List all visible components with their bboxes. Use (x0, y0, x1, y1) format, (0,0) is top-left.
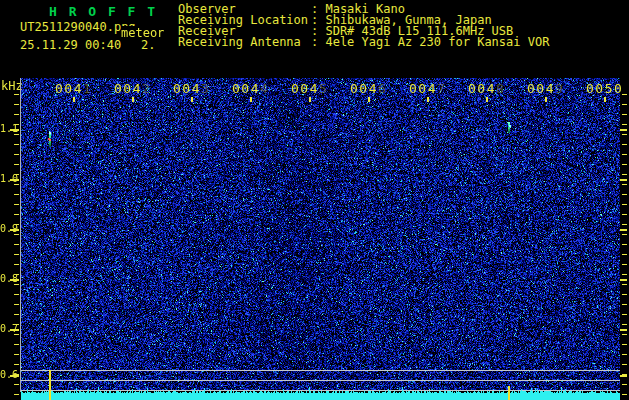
time-label-head: 005 (586, 81, 614, 96)
time-label-head: 004 (291, 81, 319, 96)
time-minute-tick (250, 97, 252, 102)
right-minor-tick (622, 264, 627, 265)
freq-minor-tick (14, 204, 19, 205)
time-minute-tick (604, 97, 606, 102)
right-minor-tick (622, 364, 627, 365)
freq-minor-tick (14, 384, 19, 385)
freq-minor-tick (14, 184, 19, 185)
right-minor-tick (622, 144, 627, 145)
right-minor-tick (622, 124, 627, 125)
time-label-head: 004 (468, 81, 496, 96)
freq-major-tick (10, 279, 19, 281)
time-label-last-digit: 9 (555, 81, 564, 96)
time-label-last-digit: 0 (614, 81, 623, 96)
time-minute-tick (545, 97, 547, 102)
time-minute-tick (191, 97, 193, 102)
time-tick-label: 0044 (232, 82, 269, 96)
right-minor-tick (622, 224, 627, 225)
time-label-head: 004 (409, 81, 437, 96)
right-minor-tick (622, 324, 627, 325)
freq-major-tick (10, 129, 19, 131)
freq-minor-tick (14, 284, 19, 285)
right-major-tick (620, 129, 627, 131)
freq-minor-tick (14, 374, 19, 375)
right-minor-tick (622, 204, 627, 205)
freq-minor-tick (14, 124, 19, 125)
time-tick-label: 0050 (586, 82, 623, 96)
station-info-row: Receiving Antenna: 4ele Yagi Az 230 for … (178, 37, 549, 48)
time-label-head: 004 (55, 81, 83, 96)
time-label-last-digit: 3 (201, 81, 210, 96)
time-label-last-digit: 7 (437, 81, 446, 96)
freq-minor-tick (14, 244, 19, 245)
right-minor-tick (622, 134, 627, 135)
freq-minor-tick (14, 224, 19, 225)
freq-minor-tick (14, 394, 19, 395)
freq-minor-tick (14, 104, 19, 105)
right-minor-tick (622, 334, 627, 335)
right-minor-tick (622, 304, 627, 305)
time-tick-label: 0046 (350, 82, 387, 96)
time-label-head: 004 (114, 81, 142, 96)
freq-axis-line (20, 78, 21, 392)
time-minute-tick (132, 97, 134, 102)
time-minute-tick (309, 97, 311, 102)
echo-count: 2. (141, 38, 155, 52)
time-label-last-digit: 8 (496, 81, 505, 96)
right-minor-tick (622, 394, 627, 395)
freq-minor-tick (14, 94, 19, 95)
time-minute-tick (368, 97, 370, 102)
right-minor-tick (622, 164, 627, 165)
right-minor-tick (622, 284, 627, 285)
time-minute-tick (427, 97, 429, 102)
freq-minor-tick (14, 234, 19, 235)
right-minor-tick (622, 384, 627, 385)
freq-minor-tick (14, 254, 19, 255)
time-minute-tick (73, 97, 75, 102)
freq-major-tick (10, 229, 19, 231)
freq-minor-tick (14, 314, 19, 315)
spectrogram-canvas (21, 78, 620, 400)
right-minor-tick (622, 294, 627, 295)
freq-minor-tick (14, 214, 19, 215)
station-info: Observer: Masaki KanoReceiving Location:… (178, 4, 549, 48)
time-label-last-digit: 2 (142, 81, 151, 96)
info-label: Receiving Antenna (178, 37, 311, 48)
right-major-tick (620, 375, 627, 377)
freq-minor-tick (14, 174, 19, 175)
freq-minor-tick (14, 344, 19, 345)
freq-minor-tick (14, 364, 19, 365)
right-minor-tick (622, 214, 627, 215)
time-label-head: 004 (527, 81, 555, 96)
freq-minor-tick (14, 114, 19, 115)
freq-minor-tick (14, 274, 19, 275)
right-minor-tick (622, 254, 627, 255)
filename-label: UT2511290040.png (20, 20, 136, 34)
right-minor-tick (622, 194, 627, 195)
freq-major-tick (10, 375, 19, 377)
right-major-tick (620, 279, 627, 281)
right-minor-tick (622, 184, 627, 185)
app-title: H R O F F T (49, 4, 157, 19)
time-tick-label: 0041 (55, 82, 92, 96)
freq-minor-tick (14, 354, 19, 355)
freq-major-tick (10, 329, 19, 331)
right-minor-tick (622, 154, 627, 155)
right-minor-tick (622, 234, 627, 235)
freq-minor-tick (14, 264, 19, 265)
time-tick-label: 0045 (291, 82, 328, 96)
time-tick-label: 0047 (409, 82, 446, 96)
right-minor-tick (622, 244, 627, 245)
freq-minor-tick (14, 334, 19, 335)
time-minute-tick (486, 97, 488, 102)
right-major-tick (620, 179, 627, 181)
freq-minor-tick (14, 164, 19, 165)
freq-minor-tick (14, 304, 19, 305)
time-tick-label: 0043 (173, 82, 210, 96)
right-minor-tick (622, 104, 627, 105)
freq-minor-tick (14, 294, 19, 295)
right-minor-tick (622, 114, 627, 115)
time-label-head: 004 (350, 81, 378, 96)
freq-minor-tick (14, 144, 19, 145)
time-label-last-digit: 4 (260, 81, 269, 96)
